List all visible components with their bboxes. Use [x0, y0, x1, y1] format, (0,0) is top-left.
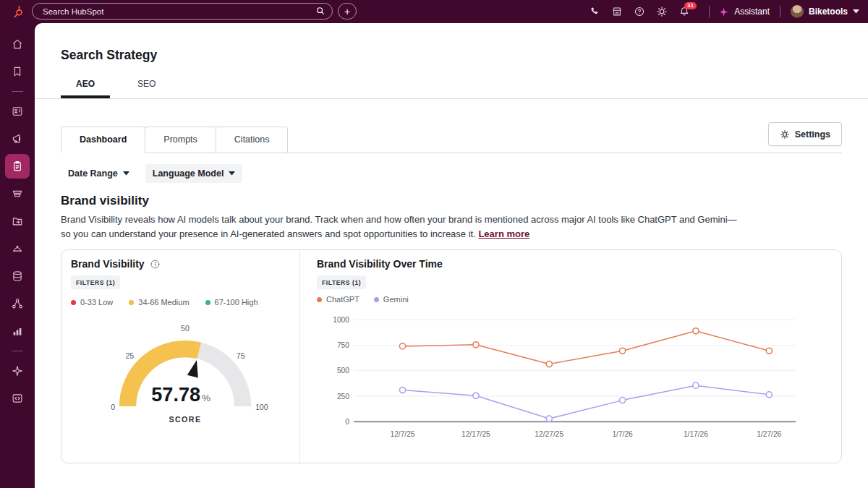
legend-label-high: 67-100 High [215, 298, 258, 307]
learn-more-link[interactable]: Learn more [478, 228, 529, 239]
sidebar-item-sales[interactable] [8, 212, 27, 231]
calling-icon[interactable] [588, 6, 600, 18]
info-icon[interactable] [150, 259, 161, 270]
hubspot-logo[interactable] [12, 5, 25, 18]
legend-label-low: 0-33 Low [80, 298, 113, 307]
date-range-dropdown[interactable]: Date Range [61, 164, 137, 183]
sidebar-item-contacts[interactable] [8, 102, 27, 121]
legend-label-chatgpt: ChatGPT [326, 295, 359, 304]
notifications-bell-icon[interactable]: 31 [678, 6, 690, 18]
left-navigation-sidebar [0, 23, 35, 488]
gauge-value: 57.78% [151, 383, 210, 406]
legend-dot-medium [129, 300, 134, 305]
sidebar-item-reporting[interactable] [8, 322, 27, 341]
gauge-tick-50: 50 [181, 324, 190, 333]
legend-item-medium: 34-66 Medium [129, 298, 189, 307]
sidebar-divider [12, 351, 23, 351]
series-line-gemini [403, 385, 770, 419]
y-axis-tick-label: 1000 [333, 316, 349, 324]
topbar-divider [709, 6, 710, 17]
plus-icon: + [344, 7, 350, 17]
legend-dot-gemini [374, 297, 379, 302]
x-axis-tick-label: 12/27/25 [535, 430, 563, 438]
sidebar-item-home[interactable] [8, 35, 27, 53]
timeseries-panel: Brand Visibility Over Time FILTERS (1) C… [300, 250, 841, 463]
data-point-gemini[interactable] [693, 382, 699, 388]
megaphone-icon [11, 132, 24, 145]
settings-button[interactable]: Settings [768, 122, 842, 146]
data-point-gemini[interactable] [766, 392, 772, 398]
data-point-chatgpt[interactable] [620, 348, 626, 354]
gear-icon [780, 129, 790, 140]
data-point-gemini[interactable] [546, 416, 552, 421]
sidebar-item-service[interactable] [8, 239, 27, 258]
data-point-chatgpt[interactable] [399, 343, 405, 349]
data-point-chatgpt[interactable] [693, 328, 699, 334]
search-input[interactable] [32, 3, 333, 20]
page-title: Search Strategy [61, 48, 842, 63]
gauge-filters-badge[interactable]: FILTERS (1) [71, 275, 120, 289]
ai-sparkle-icon [11, 364, 24, 377]
x-axis-tick-label: 1/7/26 [612, 430, 633, 438]
line-chart: 0250500750100012/7/2512/17/2512/27/251/7… [317, 311, 827, 442]
sidebar-item-developer[interactable] [8, 389, 27, 408]
caret-down-icon [853, 9, 859, 14]
gauge-legend: 0-33 Low 34-66 Medium 67-100 High [71, 298, 299, 307]
gauge-tick-75: 75 [237, 351, 245, 360]
help-icon[interactable] [633, 6, 645, 18]
filter-row: Date Range Language Model [61, 164, 842, 183]
search-icon[interactable] [315, 6, 326, 19]
gauge-chart: 0 25 50 75 100 57.78% SCORE [71, 317, 299, 426]
gauge-tick-25: 25 [125, 351, 134, 360]
sidebar-divider [12, 91, 23, 92]
gauge-needle [187, 359, 203, 377]
bookmark-icon [11, 65, 24, 78]
data-point-gemini[interactable] [399, 387, 405, 393]
legend-item-gemini: Gemini [374, 295, 409, 304]
marketplace-icon[interactable] [610, 6, 623, 18]
data-point-chatgpt[interactable] [473, 342, 479, 348]
data-point-gemini[interactable] [473, 393, 479, 398]
dashboard-tabstrip: Dashboard Prompts Citations Settings [61, 127, 842, 153]
bar-chart-icon [11, 325, 24, 338]
create-button[interactable]: + [338, 3, 357, 20]
settings-label: Settings [795, 129, 830, 140]
timeseries-card-title: Brand Visibility Over Time [317, 258, 443, 270]
sidebar-item-content[interactable] [5, 154, 30, 179]
contacts-icon [11, 105, 24, 118]
account-avatar [791, 5, 804, 18]
tab-citations[interactable]: Citations [216, 127, 289, 153]
sidebar-item-automations[interactable] [8, 294, 27, 313]
tab-seo[interactable]: SEO [122, 74, 171, 98]
legend-item-chatgpt: ChatGPT [317, 295, 359, 304]
timeseries-legend: ChatGPT Gemini [317, 295, 827, 304]
data-point-chatgpt[interactable] [766, 348, 772, 354]
timeseries-filters-badge[interactable]: FILTERS (1) [317, 275, 366, 289]
tab-aeo[interactable]: AEO [61, 74, 110, 98]
tab-dashboard[interactable]: Dashboard [61, 127, 145, 153]
y-axis-tick-label: 500 [337, 367, 349, 374]
database-icon [11, 270, 24, 283]
folder-export-icon [11, 215, 24, 228]
data-point-chatgpt[interactable] [546, 361, 552, 367]
sidebar-item-commerce[interactable] [8, 184, 27, 203]
content-clipboard-icon [11, 160, 24, 173]
sidebar-item-data[interactable] [8, 267, 27, 286]
account-menu[interactable]: Biketools [791, 5, 859, 18]
tab-prompts[interactable]: Prompts [145, 127, 216, 153]
legend-label-medium: 34-66 Medium [138, 298, 189, 307]
sidebar-item-ai[interactable] [8, 361, 27, 380]
gauge-tick-100: 100 [255, 403, 268, 411]
caret-down-icon [123, 171, 129, 176]
language-model-dropdown[interactable]: Language Model [145, 164, 243, 183]
topbar-divider [780, 6, 780, 17]
data-point-gemini[interactable] [620, 398, 626, 403]
section-title: Brand visibility [61, 194, 842, 208]
gauge-svg: 0 25 50 75 100 57.78% SCORE [94, 317, 276, 426]
gauge-panel: Brand Visibility FILTERS (1) 0-33 Low 34… [61, 250, 300, 463]
assistant-button[interactable]: Assistant [718, 7, 770, 17]
settings-gear-icon[interactable] [655, 6, 668, 18]
caret-down-icon [229, 171, 235, 176]
sidebar-item-marketing[interactable] [8, 129, 27, 148]
sidebar-item-bookmarks[interactable] [8, 62, 27, 81]
